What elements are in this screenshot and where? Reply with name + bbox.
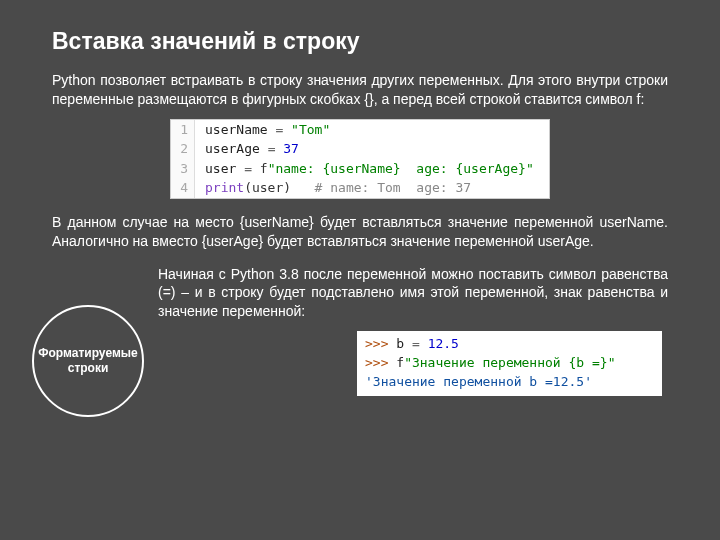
python38-paragraph: Начиная с Python 3.8 после переменной мо… bbox=[158, 265, 668, 322]
topic-badge: Форматируемые строки bbox=[32, 305, 144, 417]
code-example-1: 1 userName = "Tom" 2 userAge = 37 3 user… bbox=[170, 119, 550, 199]
line-number: 2 bbox=[171, 139, 195, 159]
line-number: 1 bbox=[171, 120, 195, 140]
line-number: 3 bbox=[171, 159, 195, 179]
line-number: 4 bbox=[171, 178, 195, 198]
code-example-2: >>> b = 12.5 >>> f"Значение переменной {… bbox=[357, 331, 662, 396]
explanation-paragraph: В данном случае на место {userName} буде… bbox=[52, 213, 668, 251]
badge-line2: строки bbox=[68, 361, 109, 375]
page-title: Вставка значений в строку bbox=[52, 28, 668, 55]
intro-paragraph: Python позволяет встраивать в строку зна… bbox=[52, 71, 668, 109]
badge-line1: Форматируемые bbox=[38, 346, 137, 360]
